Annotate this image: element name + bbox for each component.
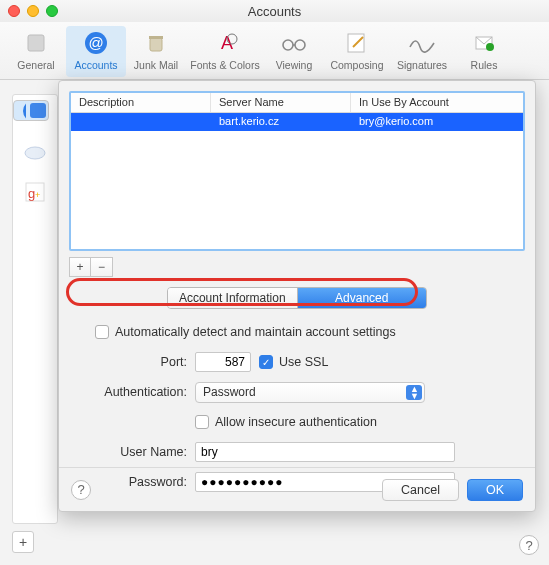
svg-point-8	[295, 40, 305, 50]
svg-rect-0	[28, 35, 44, 51]
prefs-toolbar: General @ Accounts Junk Mail A Fonts & C…	[0, 22, 549, 80]
signature-icon	[408, 29, 436, 57]
ok-button[interactable]: OK	[467, 479, 523, 501]
table-empty-area[interactable]	[71, 131, 523, 249]
auth-select[interactable]: Password ▲▼	[195, 382, 425, 403]
tab-signatures[interactable]: Signatures	[390, 26, 454, 77]
use-ssl-checkbox[interactable]: ✓	[259, 355, 273, 369]
table-header: Description Server Name In Use By Accoun…	[71, 93, 523, 113]
chevron-updown-icon: ▲▼	[410, 386, 419, 400]
tab-fonts-colors[interactable]: A Fonts & Colors	[186, 26, 264, 77]
svg-text:+: +	[35, 190, 40, 200]
tab-composing[interactable]: Composing	[324, 26, 390, 77]
compose-icon	[343, 29, 371, 57]
accounts-sidebar: @ g+	[12, 94, 58, 524]
col-server-name[interactable]: Server Name	[211, 93, 351, 112]
server-table: Description Server Name In Use By Accoun…	[69, 91, 525, 251]
rules-icon	[470, 29, 498, 57]
col-description[interactable]: Description	[71, 93, 211, 112]
sheet-footer: ? Cancel OK	[59, 467, 535, 511]
cancel-button[interactable]: Cancel	[382, 479, 459, 501]
auth-value: Password	[203, 385, 256, 399]
table-row[interactable]: bart.kerio.cz bry@kerio.com	[71, 113, 523, 131]
port-label: Port:	[75, 355, 195, 369]
svg-point-7	[283, 40, 293, 50]
smtp-sheet: Description Server Name In Use By Accoun…	[58, 80, 536, 512]
tab-accounts[interactable]: @ Accounts	[66, 26, 126, 77]
use-ssl-label: Use SSL	[279, 355, 328, 369]
gear-icon	[22, 29, 50, 57]
sidebar-account-kerio[interactable]: @	[13, 100, 49, 121]
tab-account-info[interactable]: Account Information	[168, 288, 298, 308]
sidebar-account-google[interactable]: g+	[17, 174, 53, 210]
cell-account: bry@kerio.com	[351, 113, 523, 131]
help-button[interactable]: ?	[71, 480, 91, 500]
tab-viewing[interactable]: Viewing	[264, 26, 324, 77]
svg-text:A: A	[221, 33, 233, 53]
auth-label: Authentication:	[75, 385, 195, 399]
svg-text:@: @	[88, 34, 103, 51]
sidebar-account-icloud[interactable]	[17, 133, 53, 169]
titlebar: Accounts	[0, 0, 549, 22]
window-help-button[interactable]: ?	[519, 535, 539, 555]
tab-segment: Account Information Advanced	[167, 287, 427, 309]
cell-description	[71, 113, 211, 131]
tab-junkmail[interactable]: Junk Mail	[126, 26, 186, 77]
username-input[interactable]	[195, 442, 455, 462]
tab-advanced[interactable]: Advanced	[298, 288, 427, 308]
sidebar-add-button[interactable]: +	[12, 531, 34, 553]
username-label: User Name:	[75, 445, 195, 459]
allow-insecure-label: Allow insecure authentication	[215, 415, 377, 429]
auto-detect-checkbox[interactable]	[95, 325, 109, 339]
port-input[interactable]	[195, 352, 251, 372]
svg-rect-3	[150, 38, 162, 51]
trash-icon	[142, 29, 170, 57]
col-in-use[interactable]: In Use By Account	[351, 93, 523, 112]
svg-point-16	[25, 147, 45, 159]
svg-point-13	[486, 43, 494, 51]
cell-server: bart.kerio.cz	[211, 113, 351, 131]
tab-rules[interactable]: Rules	[454, 26, 514, 77]
svg-rect-4	[149, 36, 163, 39]
glasses-icon	[280, 29, 308, 57]
fonts-icon: A	[211, 29, 239, 57]
window-title: Accounts	[0, 4, 549, 19]
at-icon: @	[82, 29, 110, 57]
svg-point-14	[23, 100, 26, 122]
remove-server-button[interactable]: −	[91, 257, 113, 277]
allow-insecure-checkbox[interactable]	[195, 415, 209, 429]
tab-general[interactable]: General	[6, 26, 66, 77]
auto-detect-label: Automatically detect and maintain accoun…	[115, 325, 396, 339]
add-server-button[interactable]: +	[69, 257, 91, 277]
